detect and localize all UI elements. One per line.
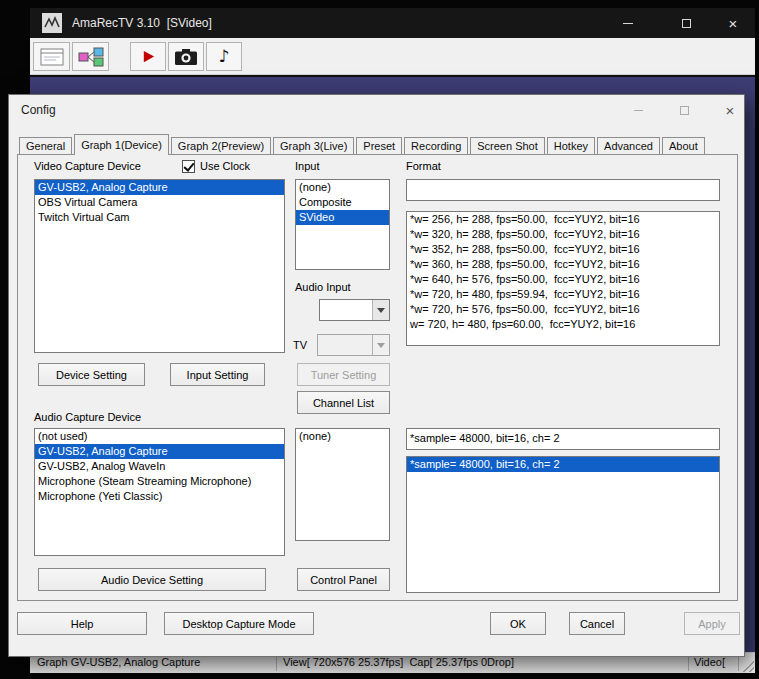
maximize-icon xyxy=(682,19,691,28)
desktop: AmaRecTV 3.10 [SVideo] × xyxy=(0,0,759,679)
control-panel-button[interactable]: Control Panel xyxy=(297,568,390,591)
list-item[interactable]: *w= 360, h= 288, fps=50.00, fcc=YUY2, bi… xyxy=(407,257,719,272)
list-item[interactable]: OBS Virtual Camera xyxy=(35,195,284,210)
sample-current-field[interactable]: *sample= 48000, bit=16, ch= 2 xyxy=(406,428,720,450)
input-list[interactable]: (none) Composite SVideo xyxy=(295,179,390,270)
list-item[interactable]: *w= 352, h= 288, fps=50.00, fcc=YUY2, bi… xyxy=(407,242,719,257)
cancel-button[interactable]: Cancel xyxy=(569,612,625,635)
video-capture-device-label: Video Capture Device xyxy=(34,160,141,172)
resize-grip[interactable] xyxy=(740,658,754,672)
tab-graph3-live[interactable]: Graph 3(Live) xyxy=(273,137,354,154)
record-play-button[interactable] xyxy=(130,42,166,71)
list-item[interactable]: Twitch Virtual Cam xyxy=(35,210,284,225)
sample-format-list[interactable]: *sample= 48000, bit=16, ch= 2 xyxy=(406,456,720,593)
dialog-title: Config xyxy=(21,103,56,117)
tab-graph2-preview[interactable]: Graph 2(Preview) xyxy=(171,137,271,154)
minimize-icon xyxy=(623,23,633,24)
status-view-cap: View[ 720x576 25.37fps] Cap[ 25.37fps 0D… xyxy=(283,656,514,668)
list-item[interactable]: GV-USB2, Analog WaveIn xyxy=(35,459,284,474)
audio-input-combobox[interactable] xyxy=(319,299,390,321)
audio-capture-device-label: Audio Capture Device xyxy=(34,411,141,423)
window-title: AmaRecTV 3.10 [SVideo] xyxy=(72,16,212,30)
video-device-list[interactable]: GV-USB2, Analog Capture OBS Virtual Came… xyxy=(34,179,285,353)
apply-button[interactable]: Apply xyxy=(684,612,740,635)
use-clock-label: Use Clock xyxy=(200,160,250,172)
dialog-maximize-button[interactable] xyxy=(669,95,699,125)
ok-button[interactable]: OK xyxy=(490,612,546,635)
help-button[interactable]: Help xyxy=(17,612,147,635)
list-item[interactable]: w= 720, h= 480, fps=60.00, fcc=YUY2, bit… xyxy=(407,317,719,332)
list-item[interactable]: SVideo xyxy=(296,210,389,225)
tab-about[interactable]: About xyxy=(662,137,705,154)
tab-hotkey[interactable]: Hotkey xyxy=(547,137,595,154)
list-item[interactable]: *w= 720, h= 480, fps=59.94, fcc=YUY2, bi… xyxy=(407,287,719,302)
app-icon xyxy=(42,13,62,33)
camera-icon xyxy=(174,48,198,66)
status-divider xyxy=(688,655,689,671)
minimize-icon xyxy=(634,110,643,111)
screenshot-button[interactable] xyxy=(168,42,204,71)
filter-graph-button[interactable] xyxy=(72,42,109,71)
status-graph: Graph GV-USB2, Analog Capture xyxy=(37,656,200,668)
tab-advanced[interactable]: Advanced xyxy=(597,137,660,154)
window-minimize-button[interactable] xyxy=(606,8,650,38)
dropdown-button[interactable] xyxy=(372,300,389,320)
tab-screen-shot[interactable]: Screen Shot xyxy=(470,137,545,154)
tab-recording[interactable]: Recording xyxy=(404,137,468,154)
tv-combobox[interactable] xyxy=(317,334,390,356)
close-icon: × xyxy=(729,16,738,31)
input-label: Input xyxy=(295,160,319,172)
tab-strip: General Graph 1(Device) Graph 2(Preview)… xyxy=(19,133,707,155)
chevron-down-icon xyxy=(377,308,385,313)
format-current-field[interactable]: *w= 720, h= 576, fps=25.00, fcc=YUY2, bi… xyxy=(406,179,720,201)
close-icon: × xyxy=(726,102,735,119)
status-divider xyxy=(276,655,277,671)
list-item[interactable]: (not used) xyxy=(35,429,284,444)
dialog-minimize-button[interactable] xyxy=(623,95,653,125)
desktop-capture-mode-button[interactable]: Desktop Capture Mode xyxy=(164,612,314,635)
tab-general[interactable]: General xyxy=(19,137,72,154)
audio-device-setting-button[interactable]: Audio Device Setting xyxy=(38,568,266,591)
audio-input-label: Audio Input xyxy=(295,281,351,293)
list-item[interactable]: Composite xyxy=(296,195,389,210)
device-setting-button[interactable]: Device Setting xyxy=(38,363,145,386)
channel-list-button[interactable]: Channel List xyxy=(297,391,390,414)
music-note-icon: ♪ xyxy=(219,48,230,65)
chevron-down-icon xyxy=(377,343,385,348)
tuner-setting-button[interactable]: Tuner Setting xyxy=(297,363,390,386)
audio-mute-button[interactable]: ♪ xyxy=(206,42,242,71)
list-item[interactable]: GV-USB2, Analog Capture xyxy=(35,444,284,459)
list-item[interactable]: Microphone (Yeti Classic) xyxy=(35,489,284,504)
window-icon xyxy=(40,48,64,66)
status-divider xyxy=(738,655,739,671)
list-item[interactable]: (none) xyxy=(296,429,389,444)
list-item[interactable]: Microphone (Steam Streaming Microphone) xyxy=(35,474,284,489)
filter-graph-icon xyxy=(78,47,104,67)
list-item[interactable]: *w= 640, h= 576, fps=50.00, fcc=YUY2, bi… xyxy=(407,272,719,287)
tv-label: TV xyxy=(293,339,307,351)
maximize-icon xyxy=(680,106,689,115)
list-item[interactable]: *w= 256, h= 288, fps=50.00, fcc=YUY2, bi… xyxy=(407,212,719,227)
dialog-titlebar[interactable]: Config × xyxy=(9,95,744,125)
list-item[interactable]: *w= 320, h= 288, fps=50.00, fcc=YUY2, bi… xyxy=(407,227,719,242)
list-item[interactable]: GV-USB2, Analog Capture xyxy=(35,180,284,195)
tab-graph1-device[interactable]: Graph 1(Device) xyxy=(74,134,169,155)
audio-input-option-list[interactable]: (none) xyxy=(295,428,390,541)
window-view-button[interactable] xyxy=(33,42,70,71)
dropdown-button[interactable] xyxy=(372,335,389,355)
play-icon xyxy=(141,49,156,64)
window-maximize-button[interactable] xyxy=(664,8,708,38)
list-item[interactable]: *w= 720, h= 576, fps=50.00, fcc=YUY2, bi… xyxy=(407,302,719,317)
format-label: Format xyxy=(406,160,441,172)
status-video: Video[ xyxy=(694,656,725,668)
use-clock-checkbox[interactable] xyxy=(182,160,195,173)
list-item[interactable]: (none) xyxy=(296,180,389,195)
format-list[interactable]: *w= 256, h= 288, fps=50.00, fcc=YUY2, bi… xyxy=(406,211,720,346)
window-close-button[interactable]: × xyxy=(711,8,755,38)
input-setting-button[interactable]: Input Setting xyxy=(170,363,265,386)
audio-device-list[interactable]: (not used) GV-USB2, Analog Capture GV-US… xyxy=(34,428,285,556)
list-item[interactable]: *sample= 48000, bit=16, ch= 2 xyxy=(407,457,719,472)
tab-preset[interactable]: Preset xyxy=(356,137,402,154)
main-titlebar[interactable]: AmaRecTV 3.10 [SVideo] × xyxy=(30,8,755,38)
dialog-close-button[interactable]: × xyxy=(715,95,745,125)
